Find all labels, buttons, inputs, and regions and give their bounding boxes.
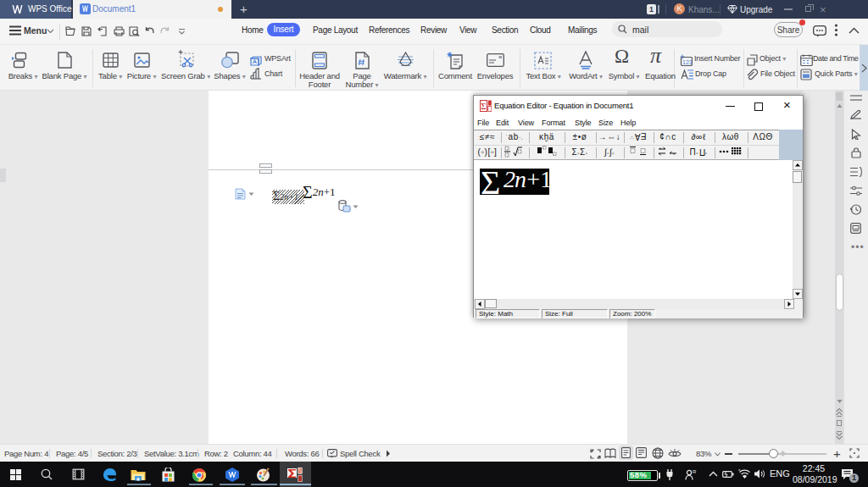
svg-text:Σ: Σ: [481, 101, 486, 111]
svg-text:123: 123: [682, 59, 693, 65]
svg-text:R: R: [693, 469, 697, 474]
